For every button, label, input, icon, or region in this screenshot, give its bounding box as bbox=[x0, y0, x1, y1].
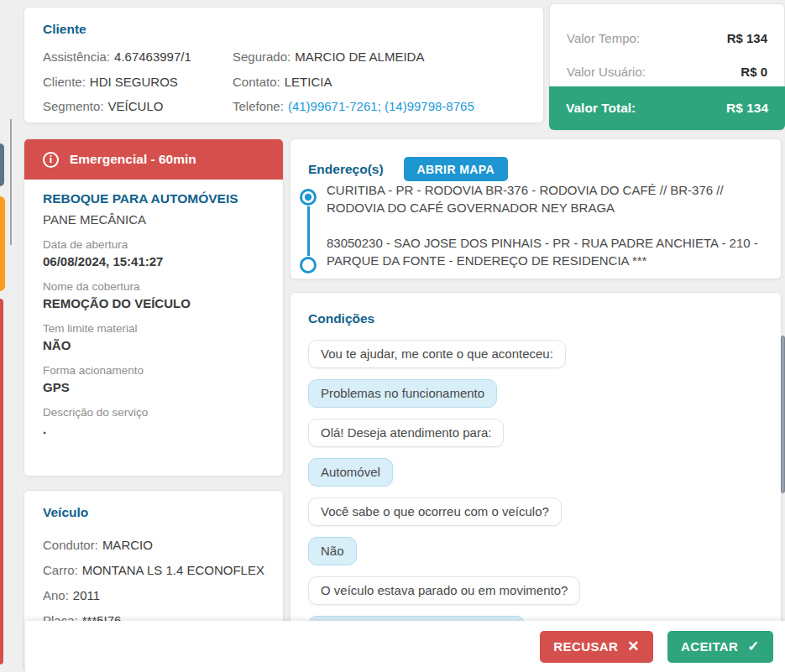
driver-row: Condutor: MARCIO bbox=[43, 532, 264, 557]
phone-link[interactable]: (41)99671-7261; (14)99798-8765 bbox=[288, 99, 474, 113]
chat-answer-bubble: Não bbox=[308, 537, 357, 565]
trigger-mode-label: Forma acionamento bbox=[43, 364, 264, 377]
client-card-title: Cliente bbox=[43, 22, 525, 37]
open-date-value: 06/08/2024, 15:41:27 bbox=[43, 254, 264, 268]
service-problem: PANE MECÂNICA bbox=[43, 212, 264, 227]
car-value: MONTANA LS 1.4 ECONOFLEX bbox=[82, 563, 264, 577]
destination-radio-icon[interactable] bbox=[300, 257, 317, 273]
car-label: Carro: bbox=[43, 563, 78, 577]
queue-item-edge-2[interactable] bbox=[0, 196, 5, 291]
time-value-label: Valor Tempo: bbox=[567, 31, 640, 45]
material-limit-field: Tem limite material NÃO bbox=[43, 322, 264, 352]
car-row: Carro: MONTANA LS 1.4 ECONOFLEX bbox=[43, 557, 264, 582]
origin-radio-icon[interactable] bbox=[300, 189, 317, 206]
segment-row: Segmento: VEÍCULO bbox=[43, 94, 233, 119]
total-value-amount: R$ 134 bbox=[726, 101, 768, 116]
vehicle-card-title: Veículo bbox=[43, 505, 264, 520]
coverage-name-value: REMOÇÃO DO VEÍCULO bbox=[43, 296, 264, 310]
accept-button[interactable]: ACEITAR ✓ bbox=[667, 631, 773, 663]
chat-answer-bubble: Problemas no funcionamento bbox=[308, 379, 497, 408]
service-card: i Emergencial - 60min REBOQUE PARA AUTOM… bbox=[24, 138, 284, 477]
segment-value: VEÍCULO bbox=[108, 99, 164, 113]
segment-label: Segmento: bbox=[43, 99, 104, 113]
driver-value: MARCIO bbox=[102, 538, 153, 552]
client-card: Cliente Assistência: 4.67463997/1 Client… bbox=[24, 7, 544, 123]
time-value-row: Valor Tempo: R$ 134 bbox=[567, 21, 767, 55]
open-date-label: Data de abertura bbox=[43, 238, 264, 251]
footer-action-bar: RECUSAR ✕ ACEITAR ✓ bbox=[25, 621, 785, 672]
service-name: REBOQUE PARA AUTOMÓVEIS bbox=[43, 191, 264, 206]
service-description-value: . bbox=[43, 422, 264, 436]
emergency-banner: i Emergencial - 60min bbox=[24, 139, 283, 180]
emergency-banner-title: Emergencial - 60min bbox=[70, 152, 196, 167]
queue-item-edge-1[interactable] bbox=[0, 143, 4, 186]
total-value-label: Valor Total: bbox=[566, 101, 636, 116]
coverage-name-field: Nome da cobertura REMOÇÃO DO VEÍCULO bbox=[43, 280, 264, 310]
year-row: Ano: 2011 bbox=[43, 582, 264, 607]
chat-question-bubble: Vou te ajudar, me conte o que aconteceu: bbox=[308, 340, 566, 368]
contact-label: Contato: bbox=[233, 75, 280, 89]
addresses-card: Endereço(s) ABRIR MAPA CURITIBA - PR - R… bbox=[290, 138, 782, 279]
phone-label: Telefone: bbox=[233, 99, 284, 113]
client-label: Cliente: bbox=[43, 75, 86, 89]
check-icon: ✓ bbox=[747, 638, 760, 655]
vehicle-rows: Condutor: MARCIO Carro: MONTANA LS 1.4 E… bbox=[43, 532, 264, 633]
coverage-name-label: Nome da cobertura bbox=[43, 280, 264, 293]
assistance-row: Assistência: 4.67463997/1 bbox=[43, 44, 233, 70]
origin-address: CURITIBA - PR - RODOVIA BR-376 - RODOVIA… bbox=[327, 181, 763, 216]
user-value-label: Valor Usuário: bbox=[567, 65, 646, 79]
dispatch-screen: Cliente Assistência: 4.67463997/1 Client… bbox=[0, 0, 785, 672]
client-info-grid: Assistência: 4.67463997/1 Cliente: HDI S… bbox=[43, 44, 525, 119]
close-icon: ✕ bbox=[627, 638, 640, 655]
material-limit-label: Tem limite material bbox=[43, 322, 264, 335]
client-info-right-column: Segurado: MARCIO DE ALMEIDA Contato: LET… bbox=[233, 44, 525, 119]
trigger-mode-field: Forma acionamento GPS bbox=[43, 364, 264, 394]
trigger-mode-value: GPS bbox=[43, 380, 264, 394]
queue-item-edge-3[interactable] bbox=[0, 299, 3, 664]
user-value-amount: R$ 0 bbox=[741, 65, 767, 79]
insured-row: Segurado: MARCIO DE ALMEIDA bbox=[233, 44, 525, 70]
service-description-label: Descrição do serviço bbox=[43, 406, 264, 419]
insured-value: MARCIO DE ALMEIDA bbox=[295, 49, 424, 64]
year-label: Ano: bbox=[43, 588, 69, 602]
route-connector-line bbox=[307, 206, 310, 256]
addresses-title: Endereço(s) bbox=[308, 162, 384, 177]
contact-row: Contato: LETICIA bbox=[233, 70, 525, 95]
client-info-left-column: Assistência: 4.67463997/1 Cliente: HDI S… bbox=[43, 44, 233, 119]
material-limit-value: NÃO bbox=[43, 338, 264, 352]
driver-label: Condutor: bbox=[43, 538, 98, 552]
left-panel-scrollbar[interactable] bbox=[10, 119, 12, 245]
chat-question-bubble: Olá! Deseja atendimento para: bbox=[308, 419, 504, 447]
addresses-header: Endereço(s) ABRIR MAPA bbox=[308, 157, 508, 181]
year-value: 2011 bbox=[73, 588, 100, 602]
chat-question-bubble: Você sabe o que ocorreu com o veículo? bbox=[308, 497, 562, 526]
chat-answer-bubble: Automóvel bbox=[308, 458, 393, 487]
totals-card: Valor Tempo: R$ 134 Valor Usuário: R$ 0 … bbox=[549, 3, 785, 130]
assistance-value: 4.67463997/1 bbox=[114, 49, 191, 64]
total-value-bar: Valor Total: R$ 134 bbox=[549, 86, 785, 130]
user-value-row: Valor Usuário: R$ 0 bbox=[567, 55, 767, 88]
insured-label: Segurado: bbox=[233, 49, 290, 64]
contact-value: LETICIA bbox=[285, 75, 332, 89]
open-map-button[interactable]: ABRIR MAPA bbox=[404, 157, 508, 181]
conditions-chat: Vou te ajudar, me conte o que aconteceu:… bbox=[308, 340, 763, 643]
time-value-amount: R$ 134 bbox=[727, 31, 767, 45]
info-icon: i bbox=[43, 152, 59, 168]
accept-button-label: ACEITAR bbox=[681, 639, 738, 654]
reject-button[interactable]: RECUSAR ✕ bbox=[540, 631, 653, 663]
service-description-field: Descrição do serviço . bbox=[43, 406, 264, 436]
client-row: Cliente: HDI SEGUROS bbox=[43, 70, 233, 95]
conditions-title: Condições bbox=[308, 311, 763, 326]
assistance-label: Assistência: bbox=[43, 49, 110, 64]
client-value: HDI SEGUROS bbox=[90, 75, 178, 89]
conditions-card: Condições Vou te ajudar, me conte o que … bbox=[290, 292, 782, 672]
conditions-scrollbar[interactable] bbox=[781, 336, 785, 493]
destination-address: 83050230 - SAO JOSE DOS PINHAIS - PR - R… bbox=[327, 234, 763, 269]
service-card-body: REBOQUE PARA AUTOMÓVEIS PANE MECÂNICA Da… bbox=[24, 180, 283, 448]
phone-row: Telefone: (41)99671-7261; (14)99798-8765 bbox=[233, 94, 525, 119]
reject-button-label: RECUSAR bbox=[553, 639, 618, 654]
chat-question-bubble: O veículo estava parado ou em movimento? bbox=[308, 576, 580, 605]
open-date-field: Data de abertura 06/08/2024, 15:41:27 bbox=[43, 238, 264, 268]
